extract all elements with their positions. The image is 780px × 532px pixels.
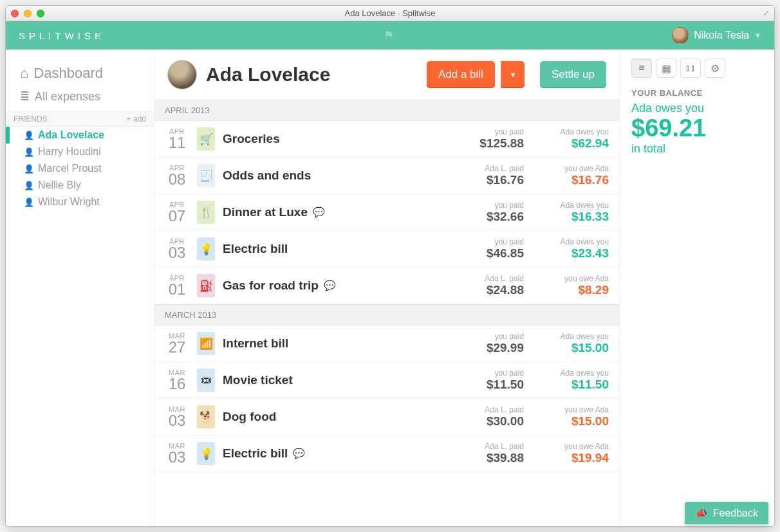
expense-description: Dinner at Luxe 💬 — [223, 205, 439, 219]
friend-name: Nellie Bly — [38, 179, 81, 191]
friend-name: Harry Houdini — [38, 146, 101, 158]
expense-description: Movie ticket — [223, 373, 439, 387]
sidebar: ⌂ Dashboard ≣ All expenses FRIENDS + add… — [6, 50, 154, 526]
list-icon: ≡ — [638, 62, 644, 74]
owed-amount: you owe Ada$19.94 — [532, 442, 609, 465]
comment-icon: 💬 — [313, 206, 325, 218]
balance-amount: $69.21 — [631, 115, 763, 142]
list-icon: ≣ — [20, 89, 30, 104]
brand-logo[interactable]: SPLITWISE — [19, 30, 105, 41]
owed-amount: Ada owes you$11.50 — [532, 369, 609, 392]
expense-date: MAR27 — [165, 332, 189, 355]
dog-icon: 🐕 — [197, 405, 215, 428]
comment-icon: 💬 — [324, 280, 336, 291]
balance-label: YOUR BALANCE — [631, 88, 763, 98]
cart-icon: 🛒 — [197, 127, 215, 151]
person-icon: 👤 — [24, 181, 34, 190]
expense-row[interactable]: MAR27📶Internet billyou paid$29.99Ada owe… — [154, 326, 619, 362]
expense-description: Gas for road trip 💬 — [223, 279, 439, 293]
nav-all-expenses[interactable]: ≣ All expenses — [6, 86, 154, 107]
expense-date: MAR16 — [165, 369, 189, 392]
expense-description: Electric bill — [223, 242, 439, 256]
nav-dashboard[interactable]: ⌂ Dashboard — [6, 61, 154, 86]
paid-amount: Ada L. paid$24.88 — [447, 274, 524, 297]
add-friend-button[interactable]: + add — [127, 115, 146, 124]
expense-description: Odds and ends — [223, 169, 439, 183]
ticket-icon: 🎟 — [197, 369, 215, 392]
expense-date: APR03 — [165, 237, 189, 261]
friend-name: Wilbur Wright — [38, 196, 100, 208]
paid-amount: you paid$125.88 — [447, 127, 524, 151]
wifi-icon: 📶 — [197, 332, 215, 355]
avatar-icon — [672, 27, 689, 44]
paid-amount: Ada L. paid$16.76 — [447, 164, 524, 187]
view-calendar-tab[interactable]: ▦ — [656, 59, 676, 78]
sidebar-friend-3[interactable]: 👤Nellie Bly — [6, 177, 154, 194]
expense-description: Internet bill — [223, 336, 439, 351]
friends-header: FRIENDS + add — [6, 111, 154, 127]
add-bill-button[interactable]: Add a bill — [427, 61, 495, 88]
expense-row[interactable]: APR03💡Electric billyou paid$46.85Ada owe… — [154, 231, 619, 268]
balance-subtext: in total — [631, 142, 763, 156]
friend-name: Ada Lovelace — [38, 129, 104, 141]
balance-text: Ada owes you — [631, 102, 763, 115]
expense-row[interactable]: APR11🛒Groceriesyou paid$125.88Ada owes y… — [154, 121, 619, 158]
expense-row[interactable]: MAR16🎟Movie ticketyou paid$11.50Ada owes… — [154, 362, 619, 399]
page-title: Ada Lovelace — [206, 64, 418, 86]
feedback-label: Feedback — [713, 508, 758, 519]
nav-dashboard-label: Dashboard — [33, 65, 103, 82]
megaphone-icon: 📣 — [695, 507, 708, 519]
window-titlebar: Ada Lovelace · Splitwise ⤢ — [6, 6, 774, 21]
receipt-icon: 🧾 — [197, 164, 215, 187]
expense-row[interactable]: APR07🍴Dinner at Luxe 💬you paid$32.66Ada … — [154, 194, 619, 231]
settle-up-button[interactable]: Settle up — [540, 61, 606, 88]
owed-amount: Ada owes you$15.00 — [532, 332, 609, 355]
gear-icon: ⚙ — [710, 62, 720, 75]
month-header: APRIL 2013 — [154, 100, 619, 121]
fork-icon: 🍴 — [197, 201, 215, 224]
view-chart-tab[interactable]: ⫾⫾ — [680, 59, 701, 78]
add-bill-dropdown[interactable]: ▼ — [501, 61, 525, 88]
sidebar-friend-4[interactable]: 👤Wilbur Wright — [6, 194, 154, 210]
expense-description: Groceries — [223, 132, 439, 146]
month-header: MARCH 2013 — [154, 304, 619, 326]
calendar-icon: ▦ — [662, 62, 671, 75]
owed-amount: Ada owes you$62.94 — [532, 127, 609, 151]
expense-date: APR11 — [165, 127, 189, 151]
plus-icon: + — [127, 115, 131, 124]
nav-all-expenses-label: All expenses — [35, 90, 100, 104]
balance-panel: ≡ ▦ ⫾⫾ ⚙ YOUR BALANCE Ada owes you $69.2… — [620, 50, 774, 526]
user-menu[interactable]: Nikola Tesla ▼ — [672, 27, 761, 44]
view-list-tab[interactable]: ≡ — [631, 59, 652, 78]
home-icon: ⌂ — [20, 65, 28, 82]
expense-list: Ada Lovelace Add a bill ▼ Settle up APRI… — [154, 50, 620, 526]
settings-tab[interactable]: ⚙ — [705, 59, 725, 78]
expense-row[interactable]: MAR03💡Electric bill 💬Ada L. paid$39.88yo… — [154, 436, 619, 472]
expense-row[interactable]: APR08🧾Odds and endsAda L. paid$16.76you … — [154, 158, 619, 194]
expense-date: APR07 — [165, 201, 189, 224]
sidebar-friend-2[interactable]: 👤Marcel Proust — [6, 160, 154, 177]
expense-description: Electric bill 💬 — [223, 446, 439, 461]
feedback-button[interactable]: 📣 Feedback — [685, 502, 768, 524]
gas-icon: ⛽ — [197, 274, 215, 297]
expense-row[interactable]: MAR03🐕Dog foodAda L. paid$30.00you owe A… — [154, 399, 619, 436]
person-icon: 👤 — [24, 197, 34, 207]
chart-icon: ⫾⫾ — [685, 62, 696, 74]
expense-row[interactable]: APR01⛽Gas for road trip 💬Ada L. paid$24.… — [154, 268, 619, 304]
person-icon: 👤 — [24, 131, 34, 140]
person-icon: 👤 — [24, 164, 34, 174]
flag-icon[interactable]: ⚑ — [105, 28, 672, 42]
paid-amount: Ada L. paid$30.00 — [447, 405, 524, 428]
paid-amount: you paid$32.66 — [447, 201, 524, 224]
add-friend-label: add — [133, 115, 146, 124]
paid-amount: you paid$11.50 — [447, 369, 524, 392]
expense-date: MAR03 — [165, 405, 189, 428]
owed-amount: you owe Ada$15.00 — [532, 405, 609, 428]
chevron-down-icon: ▼ — [509, 71, 516, 78]
user-name: Nikola Tesla — [694, 30, 749, 41]
sidebar-friend-0[interactable]: 👤Ada Lovelace — [6, 127, 154, 143]
person-icon: 👤 — [24, 147, 34, 157]
sidebar-friend-1[interactable]: 👤Harry Houdini — [6, 143, 154, 160]
expense-date: APR08 — [165, 164, 189, 187]
paid-amount: Ada L. paid$39.88 — [447, 442, 524, 465]
